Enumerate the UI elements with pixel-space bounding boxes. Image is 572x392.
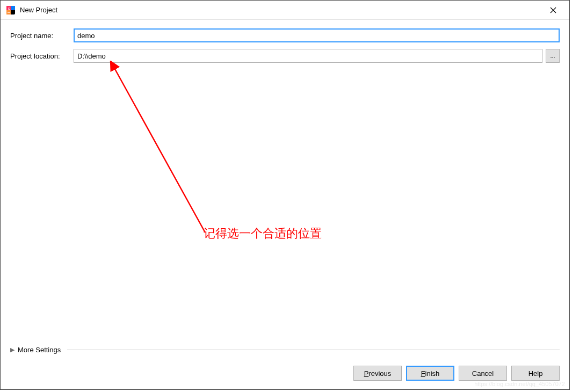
svg-text:IJ: IJ [8,7,10,10]
project-location-label: Project location: [10,52,70,60]
window-title: New Project [20,6,542,14]
intellij-icon: IJ [6,5,16,15]
browse-button[interactable]: ... [546,49,560,63]
annotation-text: 记得选一个合适的位置 [204,226,322,242]
help-button[interactable]: Help [511,366,560,381]
separator-line [67,350,560,350]
watermark: https://blog.csdn.net/qq_45057072 [474,381,565,387]
svg-rect-2 [11,6,15,10]
project-name-row: Project name: [10,28,560,42]
svg-line-9 [114,67,205,233]
more-settings-label: More Settings [18,346,61,354]
annotation-arrow [106,61,229,238]
more-settings-toggle[interactable]: ▶ More Settings [10,346,560,354]
dialog-content: Project name: Project location: ... 记得选一… [1,20,569,78]
finish-button[interactable]: Finish [406,366,454,381]
project-name-input[interactable] [74,28,560,42]
close-button[interactable] [542,2,564,18]
button-bar: Previous Finish Cancel Help [353,366,560,381]
cancel-button[interactable]: Cancel [459,366,507,381]
expand-right-icon: ▶ [10,346,15,353]
project-location-row: Project location: ... [10,49,560,63]
project-location-input[interactable] [74,49,542,63]
titlebar: IJ New Project [1,1,569,20]
previous-button[interactable]: Previous [353,366,402,381]
project-name-label: Project name: [10,32,70,40]
new-project-dialog: IJ New Project Project name: Project loc… [0,0,570,390]
svg-rect-4 [8,12,10,13]
